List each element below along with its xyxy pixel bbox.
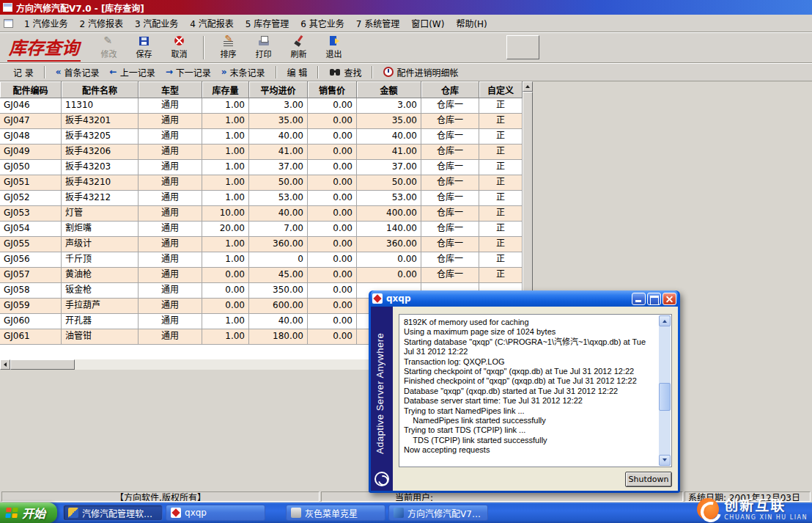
parts-detail-button[interactable]: 配件进销明细帐 <box>379 65 462 80</box>
record-next-button[interactable]: 下一记录 <box>161 65 215 80</box>
cancel-button[interactable]: 取消 <box>163 34 196 62</box>
cell: 0.00 <box>202 299 249 314</box>
menu-item-9[interactable]: 帮助(H) <box>450 15 492 32</box>
table-row-GJ050[interactable]: GJ050扳手43203通用1.0037.000.0037.00仓库一正 <box>0 160 523 175</box>
menu-item-4[interactable]: 4 汽配报表 <box>184 15 239 32</box>
cell: 350.00 <box>249 283 308 299</box>
table-row-GJ049[interactable]: GJ049扳手43206通用1.0041.000.0041.00仓库一正 <box>0 145 523 160</box>
column-header-5[interactable]: 平均进价 <box>249 81 308 98</box>
status-copyright: 【方向软件,版权所有】 <box>1 491 320 502</box>
menu-item-6[interactable]: 6 其它业务 <box>295 15 350 32</box>
column-header-6[interactable]: 销售价 <box>308 81 357 98</box>
save-button[interactable]: 保存 <box>128 34 160 62</box>
exit-icon <box>328 35 340 47</box>
scroll-left-icon[interactable] <box>0 359 10 370</box>
close-icon[interactable] <box>662 293 676 305</box>
shutdown-button[interactable]: Shutdown <box>625 472 672 487</box>
taskbar-button-4[interactable]: 方向汽修汽配V7.0... <box>388 505 488 521</box>
taskbar-button-label: 汽修汽配管理软件... <box>82 507 158 519</box>
refresh-button[interactable]: 刷新 <box>282 34 315 62</box>
column-header-8[interactable]: 仓库 <box>421 81 479 98</box>
taskbar-button-2[interactable]: qxqp <box>166 505 265 521</box>
cell: 正 <box>479 268 523 283</box>
cell: 1.00 <box>202 314 249 329</box>
cell: 53.00 <box>249 191 308 206</box>
table-row-GJ053[interactable]: GJ053灯管通用10.0040.000.00400.00仓库一正 <box>0 206 523 222</box>
scroll-up-icon[interactable] <box>659 315 671 326</box>
menu-items: 1 汽修业务2 汽修报表3 汽配业务4 汽配报表5 库存管理6 其它业务7 系统… <box>18 15 493 32</box>
cell: 仓库一 <box>421 191 479 206</box>
mdi-child-icon <box>4 19 13 28</box>
table-row-GJ057[interactable]: GJ057黄油枪通用0.0045.000.000.00仓库一正 <box>0 268 523 283</box>
column-header-1[interactable]: 配件编码 <box>0 81 62 98</box>
cell: 11310 <box>62 98 139 114</box>
column-header-2[interactable]: 配件名称 <box>62 81 139 98</box>
cell: 仓库一 <box>421 206 479 222</box>
menu-item-3[interactable]: 3 汽配业务 <box>129 15 184 32</box>
table-row-GJ052[interactable]: GJ052扳手43212通用1.0053.000.0053.00仓库一正 <box>0 191 523 206</box>
table-row-GJ055[interactable]: GJ055声级计通用1.00360.000.00360.00仓库一正 <box>0 237 523 252</box>
maximize-icon[interactable] <box>647 293 661 305</box>
brand-text: Adaptive Server Anywhere <box>374 312 385 454</box>
cell: 0.00 <box>308 237 357 252</box>
menu-item-2[interactable]: 2 汽修报表 <box>73 15 128 32</box>
scroll-down-icon[interactable] <box>659 455 671 466</box>
toolbar-button-label: 取消 <box>171 48 188 59</box>
column-header-7[interactable]: 金额 <box>357 81 421 98</box>
cell: 35.00 <box>357 114 421 129</box>
table-row-GJ046[interactable]: GJ04611310通用1.003.000.003.00仓库一正 <box>0 98 523 114</box>
record-nav-label: 末条记录 <box>230 66 265 78</box>
cell: 1.00 <box>202 160 249 175</box>
column-header-4[interactable]: 库存量 <box>202 81 249 98</box>
taskbar-button-1[interactable]: 汽修汽配管理软件... <box>63 505 163 521</box>
print-button[interactable]: 打印 <box>247 34 280 62</box>
vertical-scroll-thumb[interactable] <box>523 92 533 321</box>
sort-button[interactable]: 排序 <box>212 34 245 62</box>
exit-button[interactable]: 退出 <box>317 34 350 62</box>
start-button[interactable]: 开始 <box>0 502 57 523</box>
cell: 1.00 <box>202 145 249 160</box>
scroll-up-icon[interactable] <box>523 81 533 92</box>
menu-item-7[interactable]: 7 系统管理 <box>350 15 405 32</box>
menu-item-1[interactable]: 1 汽修业务 <box>18 15 73 32</box>
horizontal-scroll-thumb[interactable] <box>10 359 75 370</box>
window-title: 方向汽修汽配V7.0 - [库存查询] <box>16 1 144 14</box>
menu-item-8[interactable]: 窗口(W) <box>405 15 450 32</box>
cell: 0.00 <box>308 329 357 345</box>
record-last-button[interactable]: 末条记录 <box>217 65 270 80</box>
taskbar-button-3[interactable]: 灰色菜单克星 <box>286 505 385 521</box>
minimize-icon[interactable] <box>632 293 646 305</box>
cell: GJ054 <box>0 222 62 237</box>
record-first-button[interactable]: 首条记录 <box>51 65 104 80</box>
menu-bar: 1 汽修业务2 汽修报表3 汽配业务4 汽配报表5 库存管理6 其它业务7 系统… <box>0 15 812 32</box>
cell: GJ046 <box>0 98 62 114</box>
column-header-3[interactable]: 车型 <box>139 81 202 98</box>
cell: 正 <box>479 114 523 129</box>
table-row-GJ051[interactable]: GJ051扳手43210通用1.0050.000.0050.00仓库一正 <box>0 175 523 191</box>
cell: 通用 <box>139 329 202 345</box>
watermark-text: 创新互联 CHUANG XIN HU LIAN <box>724 498 808 521</box>
table-row-GJ054[interactable]: GJ054割炬嘴通用20.007.000.00140.00仓库一正 <box>0 222 523 237</box>
table-row-GJ047[interactable]: GJ047扳手43201通用1.0035.000.0035.00仓库一正 <box>0 114 523 129</box>
cell: 40.00 <box>249 314 308 329</box>
table-row-GJ048[interactable]: GJ048扳手43205通用1.0040.000.0040.00仓库一正 <box>0 129 523 145</box>
dialog-scroll-thumb[interactable] <box>659 383 671 411</box>
save-icon <box>139 35 150 47</box>
cell: 360.00 <box>357 237 421 252</box>
server-log-text: 8192K of memory used for caching Using a… <box>404 318 654 456</box>
menu-item-5[interactable]: 5 库存管理 <box>240 15 295 32</box>
find-button[interactable]: 查找 <box>325 65 366 80</box>
edit-icon <box>103 35 115 47</box>
status-current-user: 当前用户: <box>321 491 683 502</box>
dialog-scrollbar[interactable] <box>659 315 671 466</box>
cell: 正 <box>479 129 523 145</box>
cell: 正 <box>479 237 523 252</box>
column-header-9[interactable]: 自定义 <box>479 81 523 98</box>
cell: 0.00 <box>308 314 357 329</box>
cell: 50.00 <box>357 175 421 191</box>
cell: 1.00 <box>202 252 249 268</box>
table-row-GJ056[interactable]: GJ056千斤顶通用1.0000.000.00仓库一正 <box>0 252 523 268</box>
record-prev-button[interactable]: 上一记录 <box>106 65 160 80</box>
dialog-title-bar[interactable]: qxqp <box>371 290 678 307</box>
title-bar[interactable]: 方向汽修汽配V7.0 - [库存查询] <box>0 0 812 15</box>
